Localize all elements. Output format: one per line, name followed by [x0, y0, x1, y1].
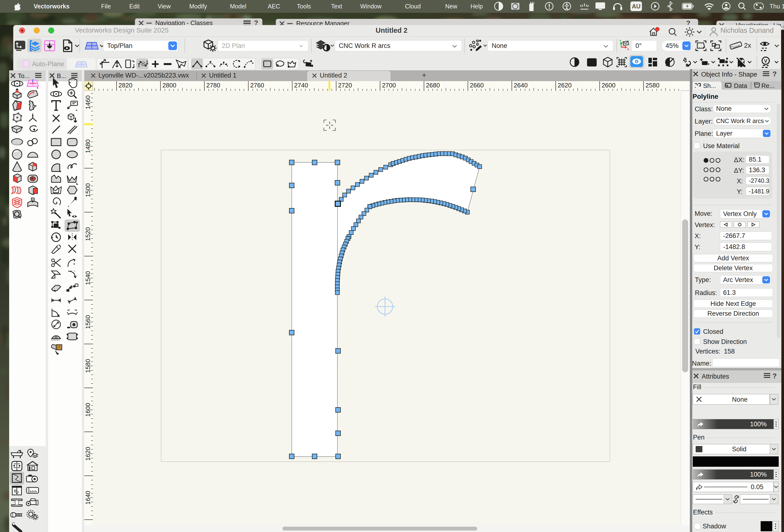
- svg-text:V: V: [764, 58, 767, 63]
- svg-text:2620: 2620: [558, 82, 571, 89]
- svg-text:2660: 2660: [470, 82, 484, 89]
- svg-text:2700: 2700: [382, 82, 396, 89]
- svg-text:2600: 2600: [601, 82, 615, 89]
- svg-text:2820: 2820: [118, 82, 133, 89]
- svg-text:1600: 1600: [84, 403, 91, 417]
- svg-text:2680: 2680: [426, 82, 440, 89]
- svg-text:x: x: [627, 47, 629, 51]
- svg-text:1580: 1580: [84, 359, 91, 373]
- svg-text:2760: 2760: [250, 82, 264, 89]
- svg-text:1520: 1520: [84, 227, 91, 241]
- svg-text:2580: 2580: [646, 82, 660, 89]
- svg-text:2800: 2800: [162, 82, 176, 89]
- svg-text:1540: 1540: [84, 271, 91, 285]
- svg-text:2720: 2720: [338, 82, 352, 89]
- svg-text:AU: AU: [632, 3, 641, 10]
- svg-text:2780: 2780: [206, 82, 220, 89]
- svg-text:1560: 1560: [84, 315, 91, 329]
- svg-text:2640: 2640: [514, 82, 528, 89]
- svg-text:1460: 1460: [84, 95, 91, 109]
- svg-text:1480: 1480: [84, 139, 91, 153]
- svg-text:1500: 1500: [84, 183, 91, 197]
- svg-text:1620: 1620: [84, 447, 91, 461]
- svg-text:2740: 2740: [294, 82, 308, 89]
- svg-text:Y: Y: [619, 40, 621, 43]
- svg-text:1640: 1640: [84, 491, 91, 505]
